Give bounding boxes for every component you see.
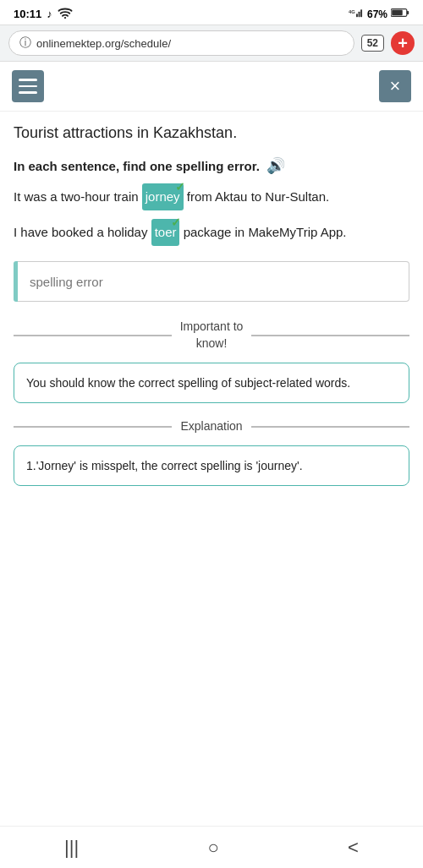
battery-text: 67% — [367, 8, 387, 20]
svg-rect-4 — [360, 9, 362, 17]
svg-rect-2 — [356, 14, 358, 17]
svg-rect-7 — [392, 10, 403, 15]
sentence1-highlight[interactable]: jorney ✓ — [142, 183, 184, 210]
signal-icon: 4G — [349, 7, 364, 21]
instruction-row: In each sentence, find one spelling erro… — [14, 156, 409, 175]
url-box[interactable]: ⓘ onlinemektep.org/schedule/ — [8, 30, 354, 56]
explanation-label: Explanation — [180, 418, 242, 435]
explanation-divider: Explanation — [14, 418, 409, 435]
battery-icon — [391, 8, 409, 20]
checkmark-1: ✓ — [175, 175, 185, 199]
sentence-1: It was a two-hour train jorney ✓ from Ak… — [14, 183, 409, 210]
instruction-text: In each sentence, find one spelling erro… — [14, 159, 260, 173]
close-button[interactable]: × — [379, 70, 411, 102]
info-icon: ⓘ — [19, 35, 31, 51]
time-display: 10:11 — [14, 8, 41, 20]
nav-back-button[interactable]: < — [331, 830, 376, 865]
page-title: Tourist attractions in Kazakhstan. — [14, 123, 409, 143]
main-content: Tourist attractions in Kazakhstan. In ea… — [0, 112, 423, 550]
music-icon: ♪ — [47, 8, 52, 20]
sentence2-part2: package in MakeMyTrip App. — [184, 225, 347, 239]
browser-bar: ⓘ onlinemektep.org/schedule/ 52 + — [0, 25, 423, 62]
sentence2-part1: I have booked a holiday — [14, 225, 147, 239]
wifi-icon — [58, 7, 73, 21]
nav-menu-button[interactable]: ||| — [47, 830, 96, 865]
info-box: You should know the correct spelling of … — [14, 363, 409, 403]
explanation-divider-left — [14, 426, 172, 428]
checkmark-2: ✓ — [171, 210, 181, 234]
url-text: onlinemektep.org/schedule/ — [36, 37, 171, 50]
menu-button[interactable] — [12, 70, 44, 102]
sentence1-part1: It was a two-hour train — [14, 189, 139, 204]
spelling-input[interactable] — [18, 261, 409, 302]
sentence2-highlight[interactable]: toer ✓ — [151, 219, 180, 246]
nav-home-button[interactable]: ○ — [190, 830, 235, 865]
svg-rect-3 — [359, 12, 360, 17]
divider-right — [251, 335, 409, 336]
speaker-icon[interactable]: 🔊 — [266, 156, 285, 175]
sentence-2: I have booked a holiday toer ✓ package i… — [14, 219, 409, 246]
info-box-text: You should know the correct spelling of … — [26, 376, 350, 390]
plus-icon: + — [398, 35, 408, 52]
svg-rect-6 — [407, 11, 409, 14]
sentence1-part2: from Aktau to Nur-Sultan. — [187, 189, 329, 204]
toolbar: × — [0, 62, 423, 112]
important-divider: Important to know! — [14, 319, 409, 352]
explanation-box: 1.'Jorney' is misspelt, the correct spel… — [14, 445, 409, 486]
tab-badge[interactable]: 52 — [361, 35, 384, 52]
input-section — [14, 261, 409, 302]
divider-left — [14, 335, 172, 336]
svg-point-0 — [64, 17, 66, 19]
browser-action-button[interactable]: + — [391, 31, 415, 55]
important-label: Important to know! — [180, 319, 244, 352]
status-left: 10:11 ♪ — [14, 7, 73, 21]
svg-text:4G: 4G — [349, 9, 355, 14]
explanation-divider-right — [251, 426, 409, 428]
explanation-text: 1.'Jorney' is misspelt, the correct spel… — [26, 459, 303, 472]
status-bar: 10:11 ♪ 4G 67% — [0, 0, 423, 25]
status-right: 4G 67% — [349, 7, 409, 21]
bottom-nav: ||| ○ < — [0, 826, 423, 868]
